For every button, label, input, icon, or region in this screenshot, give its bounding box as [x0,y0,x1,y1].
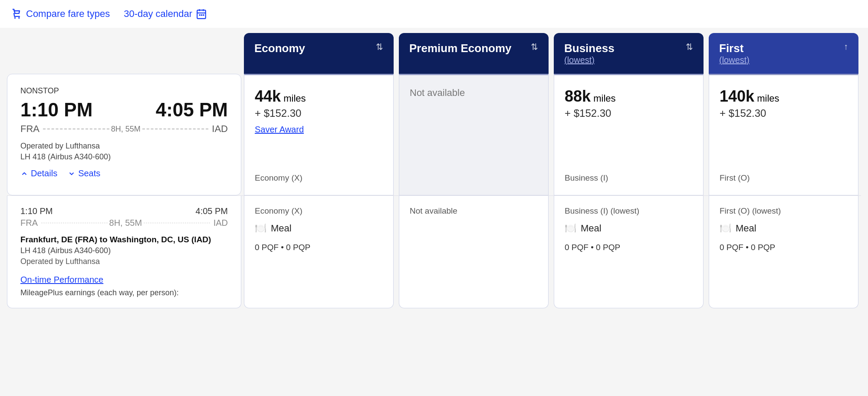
fare-code-business: Business (I) [565,166,693,183]
col-header-first: First (lowest) ↑ [709,33,858,74]
top-bar: Compare fare types 30-day calendar [0,0,868,28]
dashes-left [43,129,109,129]
detail-fare-code-business: Business (I) (lowest) [565,206,693,216]
fare-price-economy: 44k miles + $152.30 Saver Award [255,87,383,135]
route-dashes-left [41,223,108,223]
columns-header-row: Economy ⇅ Premium Economy ⇅ Business (lo… [7,33,861,74]
meal-icon-economy: 🍽️ [255,223,266,234]
fare-price-business: 88k miles + $152.30 [565,87,693,119]
flight-duration: 8H, 55M [111,125,141,134]
detail-fare-code-premium-economy: Not available [410,206,538,216]
mileage-label: MileagePlus earnings (each way, per pers… [20,288,228,297]
detail-origin: FRA [20,218,38,228]
svg-rect-6 [199,14,201,16]
calendar-link[interactable]: 30-day calendar [124,8,207,20]
flight-info-card: NONSTOP 1:10 PM 4:05 PM FRA 8H, 55M IAD … [7,74,241,195]
flight-full-route: Frankfurt, DE (FRA) to Washington, DC, U… [20,235,228,244]
col-header-premium-economy: Premium Economy ⇅ [399,33,549,74]
detail-fare-code-first: First (O) (lowest) [720,206,848,216]
seat-icon [10,8,23,20]
flight-number: LH 418 (Airbus A340-600) [20,152,228,162]
meal-row-economy: 🍽️ Meal [255,223,383,234]
detail-fare-cell-economy: Economy (X) 🍽️ Meal 0 PQF • 0 PQP [244,196,394,308]
meal-label-economy: Meal [271,223,292,234]
svg-rect-7 [201,14,202,16]
route-line: 8H, 55M [38,218,214,228]
detail-operated: Operated by Lufthansa [20,257,228,266]
arrive-time: 4:05 PM [156,99,228,121]
destination-code: IAD [212,123,228,135]
miles-row-first: 140k miles [720,87,848,106]
pqf-pqp-economy: 0 PQF • 0 PQP [255,243,383,252]
details-section: 1:10 PM 4:05 PM FRA 8H, 55M IAD Frankfur… [7,195,861,308]
flight-route: FRA 8H, 55M IAD [20,123,228,135]
sort-icon-first[interactable]: ↑ [844,42,848,52]
meal-label-first: Meal [736,223,756,234]
detail-flight-num: LH 418 (Airbus A340-600) [20,246,228,255]
detail-duration: 8H, 55M [109,218,142,228]
sort-icon-premium-economy[interactable]: ⇅ [531,42,538,52]
details-left-panel: 1:10 PM 4:05 PM FRA 8H, 55M IAD Frankfur… [7,196,241,308]
chevron-down-icon [68,170,76,178]
operated-by: Operated by Lufthansa [20,142,228,151]
meal-row-business: 🍽️ Meal [565,223,693,234]
col-header-title-premium-economy: Premium Economy [409,42,512,55]
fare-cell-business[interactable]: 88k miles + $152.30 Business (I) [554,74,704,195]
chevron-up-icon [20,170,28,178]
detail-fare-cell-premium-economy: Not available [399,196,549,308]
saver-award-link[interactable]: Saver Award [255,125,383,135]
fare-cell-first[interactable]: 140k miles + $152.30 First (O) [709,74,858,195]
miles-row-economy: 44k miles [255,87,383,106]
fare-code-economy: Economy (X) [255,166,383,183]
fare-code-premium-economy [410,176,538,183]
sort-icon-business[interactable]: ⇅ [686,42,693,52]
fare-columns-headers: Economy ⇅ Premium Economy ⇅ Business (lo… [241,33,861,74]
detail-fare-cells: Economy (X) 🍽️ Meal 0 PQF • 0 PQP Not av… [241,196,861,308]
detail-arrive-time: 4:05 PM [196,206,228,216]
col-header-economy: Economy ⇅ [244,33,394,74]
dashes-right [142,129,209,129]
depart-time: 1:10 PM [20,99,92,121]
fare-cell-premium-economy: Not available [399,74,549,195]
detail-fare-cell-first: First (O) (lowest) 🍽️ Meal 0 PQF • 0 PQP [709,196,858,308]
pqf-pqp-business: 0 PQF • 0 PQP [565,243,693,252]
flight-times: 1:10 PM 4:05 PM [20,99,228,121]
fare-price-first: 140k miles + $152.30 [720,87,848,119]
meal-label-business: Meal [581,223,602,234]
fare-cell-economy[interactable]: 44k miles + $152.30 Saver Award Economy … [244,74,394,195]
calendar-icon [196,8,207,20]
svg-point-1 [18,17,20,19]
detail-route: FRA 8H, 55M IAD [20,218,228,228]
sort-icon-economy[interactable]: ⇅ [376,42,383,52]
detail-fare-code-economy: Economy (X) [255,206,383,216]
origin-code: FRA [20,123,39,135]
seats-link[interactable]: Seats [68,168,100,178]
miles-row-business: 88k miles [565,87,693,106]
detail-flight-times: 1:10 PM 4:05 PM [20,206,228,216]
flight-line: 8H, 55M [39,125,212,134]
meal-icon-business: 🍽️ [565,223,576,234]
compare-fares-link[interactable]: Compare fare types [10,8,110,20]
details-link[interactable]: Details [20,168,57,178]
not-available-text: Not available [410,87,538,99]
col-header-title-first: First (lowest) [719,42,750,65]
fare-code-first: First (O) [720,166,848,183]
detail-destination: IAD [214,218,228,228]
detail-depart-time: 1:10 PM [20,206,53,216]
on-time-link[interactable]: On-time Performance [20,275,228,285]
svg-rect-8 [203,14,204,16]
nonstop-badge: NONSTOP [20,86,228,96]
detail-fare-cell-business: Business (I) (lowest) 🍽️ Meal 0 PQF • 0 … [554,196,704,308]
col-header-title-business: Business (lowest) [564,42,615,65]
meal-icon-first: 🍽️ [720,223,731,234]
svg-point-0 [14,17,16,19]
route-dashes-right [144,223,210,223]
main-content: Economy ⇅ Premium Economy ⇅ Business (lo… [0,28,868,314]
fare-cells-row: 44k miles + $152.30 Saver Award Economy … [241,74,861,195]
col-header-title-economy: Economy [254,42,305,55]
pqf-pqp-first: 0 PQF • 0 PQP [720,243,848,252]
meal-row-first: 🍽️ Meal [720,223,848,234]
flight-section: NONSTOP 1:10 PM 4:05 PM FRA 8H, 55M IAD … [7,74,861,195]
left-spacer [7,33,241,74]
col-header-business: Business (lowest) ⇅ [554,33,704,74]
